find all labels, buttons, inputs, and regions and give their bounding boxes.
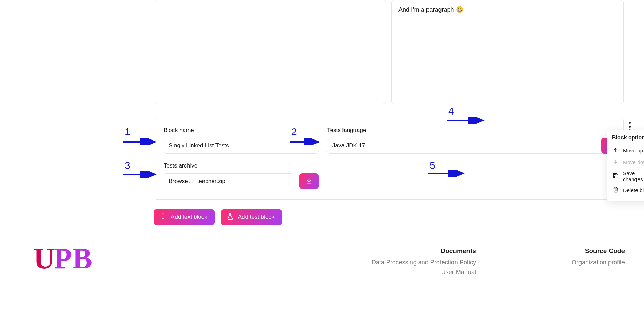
delete-block-item[interactable]: Delete block bbox=[612, 185, 644, 196]
download-archive-button[interactable] bbox=[299, 173, 319, 189]
move-down-item: Move down bbox=[612, 157, 644, 168]
block-options-popover: Block options Move up Move down Save cha… bbox=[607, 130, 644, 201]
markdown-preview-panel: And I'm a paragraph 😀 bbox=[391, 0, 624, 104]
emoji-smile: 😀 bbox=[456, 6, 463, 13]
browse-label: Browse… bbox=[169, 178, 194, 185]
add-test-block-button[interactable]: Add test block bbox=[221, 209, 282, 225]
archive-filename: teacher.zip bbox=[197, 178, 225, 185]
test-block-card: Block options Move up Move down Save cha… bbox=[154, 118, 624, 200]
preview-row: And I'm a paragraph 😀 bbox=[154, 0, 624, 104]
footer-source-title: Source Code bbox=[572, 247, 625, 255]
footer-documents-col: Documents Data Processing and Protection… bbox=[372, 247, 476, 279]
block-name-label: Block name bbox=[164, 127, 319, 134]
save-icon bbox=[613, 173, 619, 180]
download-icon bbox=[305, 177, 313, 186]
preview-paragraph-text: And I'm a paragraph bbox=[398, 6, 456, 13]
add-text-block-button[interactable]: Add text block bbox=[154, 209, 215, 225]
popover-title: Block options bbox=[612, 135, 644, 141]
tests-language-label: Tests language bbox=[327, 127, 614, 134]
save-changes-item[interactable]: Save changes bbox=[612, 168, 644, 185]
footer-documents-title: Documents bbox=[372, 247, 476, 255]
flask-icon bbox=[226, 213, 234, 222]
upb-logo: U P B bbox=[33, 247, 92, 270]
markdown-source-panel[interactable] bbox=[154, 0, 386, 104]
logo-p: P bbox=[54, 247, 72, 270]
logo-b: B bbox=[73, 247, 92, 270]
preview-paragraph: And I'm a paragraph 😀 bbox=[398, 6, 616, 13]
tests-language-value: Java JDK 17 bbox=[332, 142, 365, 149]
arrow-up-icon bbox=[613, 147, 619, 155]
footer-link-user-manual[interactable]: User Manual bbox=[372, 269, 476, 276]
save-changes-label: Save changes bbox=[623, 170, 644, 183]
tests-archive-input[interactable]: Browse… teacher.zip bbox=[164, 173, 293, 189]
delete-block-label: Delete block bbox=[623, 187, 644, 194]
add-test-block-label: Add test block bbox=[238, 214, 275, 221]
tests-archive-label: Tests archive bbox=[164, 162, 293, 169]
add-text-block-label: Add text block bbox=[171, 214, 207, 221]
block-name-input[interactable]: Singly Linked List Tests bbox=[164, 138, 319, 154]
trash-icon bbox=[613, 187, 619, 194]
add-buttons-row: Add text block Add test block bbox=[154, 209, 624, 225]
footer-source-col: Source Code Organization profile bbox=[572, 247, 625, 279]
tests-language-select[interactable]: Java JDK 17 ⌄ bbox=[327, 138, 614, 154]
footer-link-data-policy[interactable]: Data Processing and Protection Policy bbox=[372, 259, 476, 266]
main-content: And I'm a paragraph 😀 Block options Move… bbox=[0, 0, 644, 238]
move-down-label: Move down bbox=[623, 159, 644, 165]
footer: U P B Documents Data Processing and Prot… bbox=[0, 238, 644, 289]
move-up-label: Move up bbox=[623, 148, 643, 154]
arrow-down-icon bbox=[613, 159, 619, 166]
footer-link-org-profile[interactable]: Organization profile bbox=[572, 259, 625, 266]
logo-u: U bbox=[33, 247, 53, 270]
block-name-value: Singly Linked List Tests bbox=[169, 142, 229, 149]
text-cursor-icon bbox=[159, 213, 167, 222]
move-up-item[interactable]: Move up bbox=[612, 145, 644, 157]
